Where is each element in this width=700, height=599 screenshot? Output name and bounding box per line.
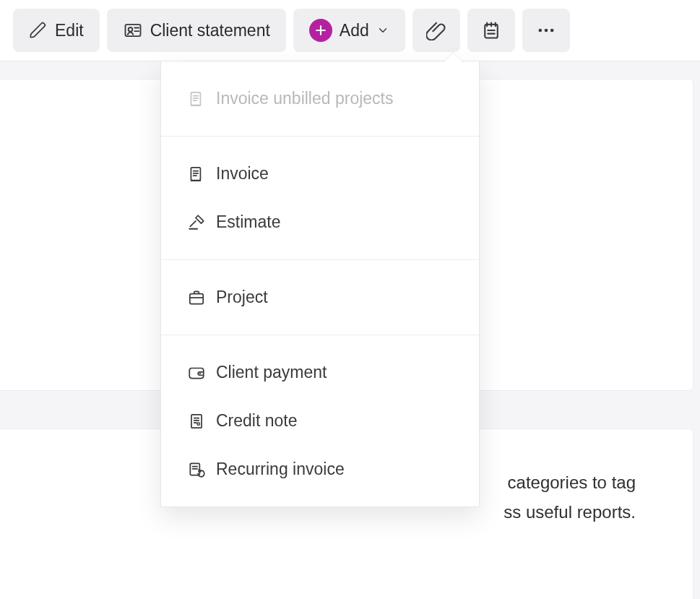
- add-dropdown: Invoice unbilled projectsInvoiceEstimate…: [160, 61, 480, 507]
- add-menu-client-payment[interactable]: Client payment: [161, 348, 479, 397]
- menu-item-label: Credit note: [216, 411, 298, 431]
- add-menu-estimate[interactable]: Estimate: [161, 198, 479, 246]
- notes-button[interactable]: [467, 9, 515, 52]
- dropdown-group: Project: [161, 260, 479, 335]
- paperclip-icon: [426, 20, 446, 40]
- plus-icon: [309, 19, 332, 42]
- wallet-icon: [187, 363, 206, 382]
- more-icon: [536, 20, 556, 40]
- more-button[interactable]: [522, 9, 570, 52]
- menu-item-label: Project: [216, 288, 268, 307]
- briefcase-icon: [187, 288, 206, 307]
- client-statement-button[interactable]: Client statement: [107, 9, 286, 52]
- notepad-icon: [481, 20, 501, 40]
- add-button-label: Add: [340, 21, 369, 40]
- add-menu-invoice-unbilled: Invoice unbilled projects: [161, 74, 479, 123]
- hint-line-1: categories to tag: [508, 473, 636, 492]
- edit-button-label: Edit: [55, 21, 84, 40]
- menu-item-label: Recurring invoice: [216, 460, 345, 479]
- add-button[interactable]: Add: [293, 9, 405, 52]
- gavel-icon: [187, 213, 206, 232]
- dropdown-group: Invoice unbilled projects: [161, 61, 479, 137]
- attach-button[interactable]: [412, 9, 460, 52]
- chevron-down-icon: [376, 24, 389, 37]
- dropdown-group: InvoiceEstimate: [161, 137, 479, 260]
- menu-item-label: Invoice unbilled projects: [216, 89, 393, 108]
- invoice-icon: [187, 90, 206, 108]
- toolbar: Edit Client statement Add: [0, 0, 700, 61]
- hint-line-2: ss useful reports.: [504, 502, 636, 522]
- menu-item-label: Client payment: [216, 363, 327, 382]
- edit-button[interactable]: Edit: [13, 9, 100, 52]
- receipt-icon: [187, 412, 206, 431]
- add-menu-project[interactable]: Project: [161, 273, 479, 322]
- add-menu-recurring-invoice[interactable]: Recurring invoice: [161, 445, 479, 494]
- pencil-icon: [29, 21, 48, 40]
- add-menu-invoice[interactable]: Invoice: [161, 150, 479, 198]
- menu-item-label: Estimate: [216, 212, 280, 232]
- client-statement-label: Client statement: [150, 21, 270, 40]
- client-statement-icon: [123, 20, 143, 40]
- invoice-icon: [187, 165, 206, 184]
- recurring-icon: [187, 460, 206, 479]
- add-menu-credit-note[interactable]: Credit note: [161, 397, 479, 445]
- menu-item-label: Invoice: [216, 164, 269, 184]
- dropdown-group: Client paymentCredit noteRecurring invoi…: [161, 335, 479, 507]
